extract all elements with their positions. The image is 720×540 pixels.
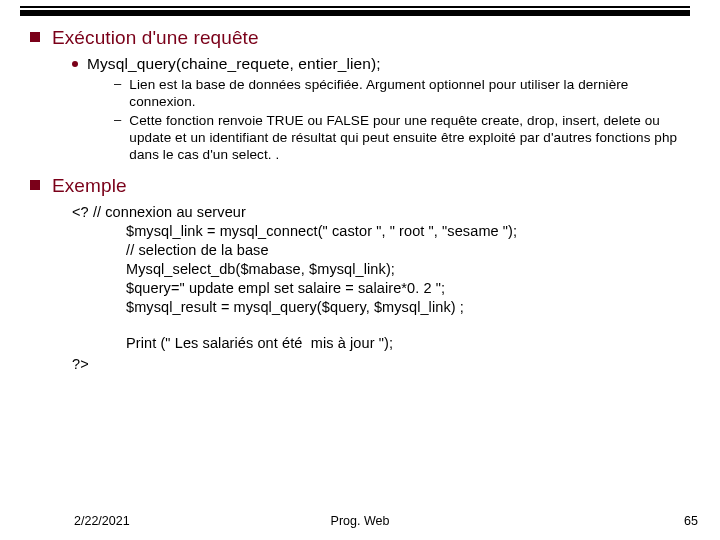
code-open: <? [72, 204, 89, 220]
dash-bullet-icon: – [114, 76, 121, 111]
footer: 2/22/2021 Prog. Web 65 [0, 514, 720, 528]
footer-page-number: 65 [684, 514, 698, 528]
code-line: $query=" update empl set salaire = salai… [126, 279, 695, 298]
section-heading-row: Exécution d'une requête [30, 26, 695, 50]
code-line: // connexion au serveur [93, 204, 246, 220]
section-heading: Exemple [52, 174, 127, 198]
code-block: <? // connexion au serveur $mysql_link =… [72, 203, 695, 353]
code-line: $mysql_result = mysql_query($query, $mys… [126, 298, 695, 317]
subitem-row: Mysql_query(chaine_requete, entier_lien)… [72, 54, 695, 74]
code-print-line: Print (" Les salariés ont été mis à jour… [126, 334, 695, 353]
code-line: Mysql_select_db($mabase, $mysql_link); [126, 260, 695, 279]
slide: Exécution d'une requête Mysql_query(chai… [0, 0, 720, 540]
footer-date: 2/22/2021 [74, 514, 130, 528]
detail-row: – Cette fonction renvoie TRUE ou FALSE p… [114, 112, 695, 164]
square-bullet-icon [30, 180, 40, 190]
divider-line-thick [20, 10, 690, 16]
dash-bullet-icon: – [114, 112, 121, 164]
slide-content: Exécution d'une requête Mysql_query(chai… [30, 26, 695, 373]
square-bullet-icon [30, 32, 40, 42]
subitem-text: Mysql_query(chaine_requete, entier_lien)… [87, 54, 381, 74]
section-heading: Exécution d'une requête [52, 26, 259, 50]
code-open-line: <? // connexion au serveur [72, 203, 695, 222]
round-bullet-icon [72, 61, 78, 67]
divider-line-thin [20, 6, 690, 8]
code-line: // selection de la base [126, 241, 695, 260]
detail-text: Lien est la base de données spécifiée. A… [129, 76, 685, 111]
code-line: $mysql_link = mysql_connect(" castor ", … [126, 222, 695, 241]
detail-text: Cette fonction renvoie TRUE ou FALSE pou… [129, 112, 685, 164]
section-heading-row: Exemple [30, 174, 695, 198]
code-close: ?> [72, 355, 695, 374]
detail-row: – Lien est la base de données spécifiée.… [114, 76, 695, 111]
